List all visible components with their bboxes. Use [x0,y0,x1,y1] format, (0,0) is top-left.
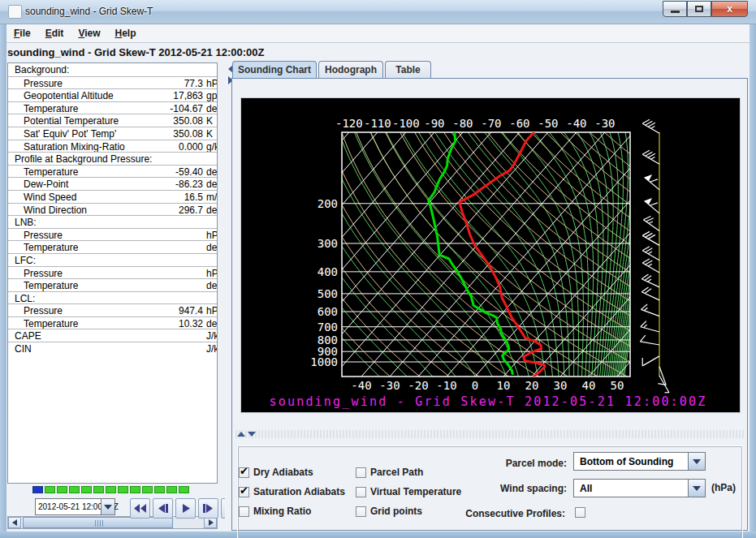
row-unit: degC [206,318,218,329]
collapse-down-icon[interactable] [248,432,256,437]
step-back-button[interactable] [153,498,173,519]
table-row[interactable]: TemperaturedegC [8,278,218,291]
timeline-step-3[interactable] [69,486,80,493]
row-value: -59.40 [106,166,203,178]
row-value: -104.67 [106,103,203,114]
virtual-temperature-checkbox[interactable] [356,487,366,497]
bottom-temp-label: 30 [554,379,568,392]
table-row[interactable]: Profile at Background Pressure: [8,152,218,165]
table-row[interactable]: Wind Direction296.7deg [8,203,218,216]
timeline-step-11[interactable] [166,486,177,493]
tab-hodograph[interactable]: Hodograph [318,61,383,78]
wind-spacing-combo[interactable]: All [573,479,706,497]
table-row[interactable]: Temperature-104.67degC [8,101,218,114]
timeline-step-7[interactable] [118,486,128,493]
menu-edit[interactable]: Edit [38,24,71,39]
table-row[interactable]: Pressure947.4hPa [8,303,218,316]
timeline-step-0[interactable] [32,486,43,493]
chevron-down-icon [104,505,112,510]
parameter-table[interactable]: Background:Pressure77.3hPaGeopotential A… [7,62,218,484]
tab-sounding-chart[interactable]: Sounding Chart [232,61,317,78]
bottom-temp-label: -30 [379,379,400,392]
table-row[interactable]: Pressure77.3hPa [8,76,218,89]
table-row[interactable]: Temperature-59.40degC [8,165,218,178]
table-row[interactable]: LFC: [8,253,218,266]
row-unit: gpm [206,90,218,101]
skewt-chart[interactable]: 2003004005006007008009001000-120-110-100… [240,97,741,413]
chart-title: sounding_wind - Grid Skew-T 2012-05-21 1… [269,394,706,409]
scroll-left-button[interactable] [8,517,21,528]
go-to-start-button[interactable] [130,498,150,519]
time-select-combo[interactable]: 2012-05-21 12:00:00Z [35,498,115,515]
table-row[interactable]: Saturation Mixing-Ratio0.000g/kg [8,140,218,153]
consecutive-profiles-checkbox[interactable] [575,507,585,518]
row-unit: deg [206,204,218,216]
row-label: Pressure [24,305,63,316]
timeline-step-6[interactable] [106,486,116,493]
row-label: Temperature [24,166,78,178]
parcel-path-checkbox[interactable] [356,467,366,478]
minimize-button[interactable] [663,1,687,17]
wind-spacing-combo-arrow-button[interactable] [688,480,705,497]
check-icon: ✔ [240,484,248,497]
close-button[interactable]: x [711,1,748,17]
dry-adiabats-checkbox[interactable]: ✔ [239,467,249,478]
parcel-mode-label: Parcel mode: [486,458,567,469]
title-bar[interactable]: sounding_wind - Grid Skew-T x [0,0,756,24]
saturation-adiabats-checkbox[interactable]: ✔ [239,487,249,497]
timeline-step-4[interactable] [81,486,92,493]
timeline-step-5[interactable] [93,486,104,493]
timeline-step-9[interactable] [142,486,153,493]
parcel-mode-combo-arrow-button[interactable] [688,453,705,470]
tab-table[interactable]: Table [385,61,431,78]
time-combo-arrow-button[interactable] [101,499,114,514]
table-row[interactable]: LCL: [8,291,218,304]
step-forward-button[interactable] [198,498,218,519]
table-row[interactable]: PressurehPa [8,228,218,241]
scroll-right-button[interactable] [204,517,217,528]
table-row[interactable]: Geopotential Altitude17,863gpm [8,88,218,101]
row-unit: hPa [206,230,218,241]
mixing-ratio-label: Mixing Ratio [253,506,311,517]
table-row[interactable]: TemperaturedegC [8,240,218,253]
parcel-mode-combo[interactable]: Bottom of Sounding [573,452,706,471]
bottom-temp-label: 0 [472,379,478,392]
row-label: Geopotential Altitude [24,90,114,101]
grid-points-checkbox[interactable] [356,506,366,517]
table-row[interactable]: Temperature10.32degC [8,316,218,329]
grid-points-label: Grid points [370,506,422,517]
row-unit: hPa [206,268,218,279]
virtual-temperature-label: Virtual Temperature [370,486,461,497]
table-row[interactable]: PressurehPa [8,266,218,279]
row-label: Sat' Equiv' Pot' Temp' [24,128,116,140]
table-row[interactable]: LNB: [8,215,218,228]
table-row[interactable]: Potential Temperature350.08K [8,114,218,127]
table-row[interactable]: Wind Speed16.5m/s [8,190,218,203]
check-icon: ✔ [240,465,248,477]
timeline-step-2[interactable] [57,486,67,493]
menu-file[interactable]: File [6,24,38,39]
scrollbar-thumb[interactable] [23,517,173,528]
maximize-icon [695,6,703,12]
close-icon: x [727,3,732,15]
timeline-step-1[interactable] [45,486,55,493]
bottom-temp-label: 10 [497,379,511,392]
timeline-step-8[interactable] [130,486,140,493]
play-button[interactable] [175,498,196,519]
horizontal-splitter[interactable] [235,430,745,438]
table-row[interactable]: CINJ/kg [8,342,218,355]
row-unit: J/kg [206,343,218,355]
table-row[interactable]: CAPEJ/kg [8,329,218,342]
expand-up-icon[interactable] [237,432,245,437]
menu-view[interactable]: View [71,24,107,39]
table-row[interactable]: Dew-Point-86.23degC [8,177,218,190]
timeline-step-10[interactable] [154,486,165,493]
table-row[interactable]: Sat' Equiv' Pot' Temp'350.08K [8,127,218,140]
timeline-step-12[interactable] [179,486,189,493]
maximize-button[interactable] [687,1,711,17]
mixing-ratio-checkbox[interactable] [239,506,249,517]
table-row[interactable]: Background: [8,63,218,76]
menu-help[interactable]: Help [108,24,144,39]
pressure-tick-label: 400 [318,265,338,278]
pressure-tick-label: 300 [318,237,338,250]
